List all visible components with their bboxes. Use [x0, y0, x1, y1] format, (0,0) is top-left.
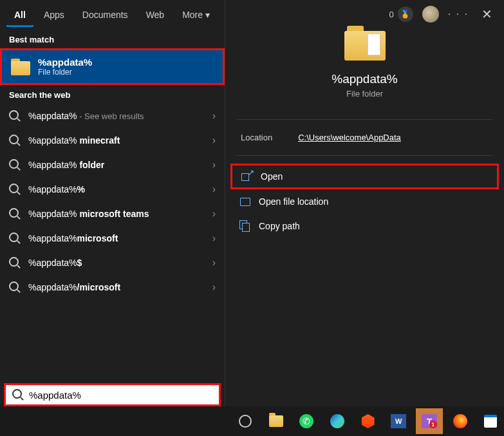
teams-button[interactable]: T1 — [416, 408, 443, 434]
search-icon — [9, 159, 21, 171]
tab-documents[interactable]: Documents — [75, 3, 136, 27]
tab-more[interactable]: More ▾ — [174, 3, 218, 27]
chevron-right-icon[interactable]: › — [212, 110, 216, 122]
copy-icon — [239, 220, 251, 232]
cortana-icon — [239, 415, 252, 428]
firefox-button[interactable] — [447, 408, 474, 434]
action-open-location[interactable]: Open file location — [225, 189, 504, 214]
web-result-prefix: %appdata% — [28, 209, 79, 219]
search-tabs: All Apps Documents Web More ▾ — [0, 0, 225, 30]
edge-button[interactable] — [324, 408, 351, 434]
web-result-suffix: minecraft — [79, 135, 120, 146]
search-icon — [9, 257, 21, 269]
web-result[interactable]: %appdata% - See web results › — [0, 104, 225, 128]
cortana-button[interactable] — [232, 408, 259, 434]
chevron-right-icon[interactable]: › — [212, 281, 216, 293]
brave-icon — [362, 414, 375, 428]
action-label: Open file location — [259, 196, 328, 207]
search-icon — [12, 389, 24, 401]
whatsapp-button[interactable]: ✆ — [293, 408, 320, 434]
folder-icon — [11, 59, 30, 75]
web-result[interactable]: %appdata%microsoft › — [0, 226, 225, 251]
calendar-icon — [484, 415, 497, 428]
web-result[interactable]: %appdata% folder › — [0, 153, 225, 177]
open-icon — [241, 171, 253, 182]
file-explorer-icon — [269, 415, 283, 427]
chevron-right-icon[interactable]: › — [212, 257, 216, 269]
best-match-subtitle: File folder — [38, 68, 92, 77]
search-icon — [9, 110, 21, 122]
action-open[interactable]: Open — [230, 164, 499, 189]
chevron-right-icon[interactable]: › — [212, 159, 216, 171]
rewards-count[interactable]: 0 🏅 — [389, 6, 413, 22]
web-result[interactable]: %appdata%% › — [0, 177, 225, 202]
web-result-suffix: folder — [79, 160, 104, 170]
whatsapp-icon: ✆ — [299, 414, 313, 428]
web-result-prefix: %appdata% — [28, 233, 77, 243]
search-icon — [9, 208, 21, 220]
search-input[interactable] — [29, 390, 212, 401]
user-avatar[interactable] — [422, 6, 439, 23]
web-result-suffix: /microsoft — [77, 282, 121, 292]
search-web-header: Search the web — [0, 85, 225, 104]
word-button[interactable]: W — [385, 408, 412, 434]
search-icon — [9, 184, 21, 195]
web-result-hint: - See web results — [77, 111, 144, 121]
web-result[interactable]: %appdata%/microsoft › — [0, 275, 225, 299]
preview-pane: %appdata% File folder Location C:\Users\… — [225, 0, 504, 406]
best-match-result[interactable]: %appdata% File folder — [0, 48, 225, 85]
web-result-suffix: microsoft — [77, 233, 118, 243]
chevron-down-icon: ▾ — [205, 10, 210, 20]
close-button[interactable]: ✕ — [478, 5, 496, 23]
web-result-prefix: %appdata% — [28, 184, 77, 194]
rewards-icon: 🏅 — [398, 6, 413, 22]
divider — [237, 119, 492, 120]
tab-more-label: More — [182, 10, 203, 20]
teams-icon: T1 — [422, 414, 437, 428]
web-result-prefix: %appdata% — [28, 135, 79, 146]
chevron-right-icon[interactable]: › — [212, 232, 216, 244]
search-icon — [9, 135, 21, 146]
best-match-header: Best match — [0, 30, 225, 48]
location-label: Location — [241, 133, 272, 142]
folder-open-icon — [239, 196, 251, 207]
firefox-icon — [453, 414, 467, 428]
action-copy-path[interactable]: Copy path — [225, 214, 504, 238]
web-result[interactable]: %appdata%$ › — [0, 251, 225, 275]
folder-icon — [344, 26, 386, 61]
action-label: Open — [261, 171, 283, 182]
word-icon: W — [391, 414, 406, 428]
web-result-prefix: %appdata% — [28, 258, 77, 268]
web-result-prefix: %appdata% — [28, 160, 79, 170]
web-result[interactable]: %appdata% microsoft teams › — [0, 202, 225, 226]
more-options-button[interactable]: · · · — [448, 8, 469, 20]
brave-button[interactable] — [355, 408, 382, 434]
chevron-right-icon[interactable]: › — [212, 208, 216, 220]
chevron-right-icon[interactable]: › — [212, 135, 216, 146]
web-result-suffix: $ — [77, 258, 82, 268]
search-bar[interactable] — [4, 383, 221, 406]
notification-badge: 1 — [429, 421, 437, 428]
search-icon — [9, 281, 21, 293]
best-match-title: %appdata% — [38, 57, 92, 68]
action-label: Copy path — [259, 221, 300, 231]
tab-apps[interactable]: Apps — [36, 3, 72, 27]
web-result[interactable]: %appdata% minecraft › — [0, 128, 225, 153]
calendar-button[interactable] — [477, 408, 504, 434]
web-result-prefix: %appdata% — [28, 282, 77, 292]
rewards-number: 0 — [389, 10, 394, 19]
web-result-suffix: microsoft teams — [79, 209, 149, 219]
file-explorer-button[interactable] — [263, 408, 290, 434]
web-result-suffix: % — [77, 184, 85, 194]
search-icon — [9, 232, 21, 244]
taskbar: ✆ W T1 — [0, 406, 504, 436]
edge-icon — [330, 414, 344, 428]
tab-web[interactable]: Web — [138, 3, 173, 27]
chevron-right-icon[interactable]: › — [212, 184, 216, 195]
divider — [237, 155, 492, 156]
preview-subtitle: File folder — [225, 89, 504, 99]
preview-title: %appdata% — [225, 72, 504, 86]
web-result-prefix: %appdata% — [28, 111, 77, 121]
tab-all[interactable]: All — [6, 3, 33, 27]
location-link[interactable]: C:\Users\welcome\AppData — [298, 133, 401, 142]
